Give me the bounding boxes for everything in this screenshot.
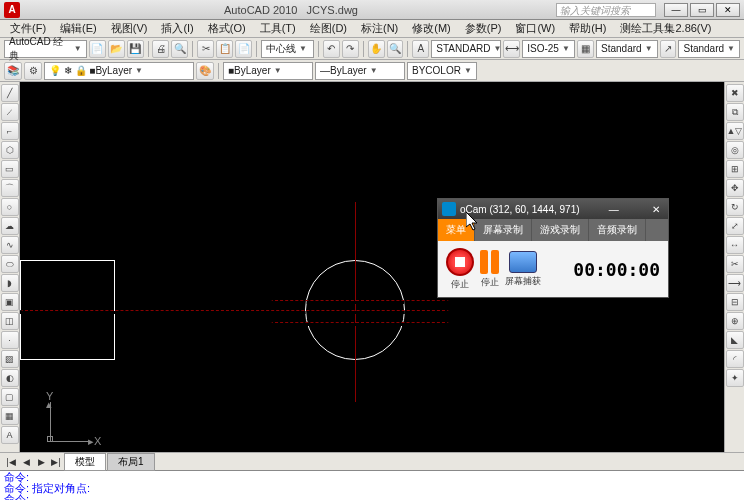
redo-icon[interactable]: ↷: [342, 40, 359, 58]
textstyle-dropdown[interactable]: STANDARD▼: [431, 40, 501, 58]
linetype-dropdown[interactable]: 中心线▼: [261, 40, 314, 58]
tablestyle-dropdown[interactable]: Standard▼: [596, 40, 658, 58]
menu-tools[interactable]: 工具(T): [254, 20, 302, 37]
menu-dimension[interactable]: 标注(N): [355, 20, 404, 37]
chamfer-icon[interactable]: ◣: [726, 331, 744, 349]
revcloud-icon[interactable]: ☁: [1, 217, 19, 235]
copy-icon[interactable]: 📋: [216, 40, 233, 58]
move-icon[interactable]: ✥: [726, 179, 744, 197]
circle-icon[interactable]: ○: [1, 198, 19, 216]
ocam-titlebar[interactable]: oCam (312, 60, 1444, 971) — ✕: [438, 199, 668, 219]
ocam-window[interactable]: oCam (312, 60, 1444, 971) — ✕ 菜单 屏幕录制 游戏…: [437, 198, 669, 298]
mirror-icon[interactable]: ▲▽: [726, 122, 744, 140]
open-icon[interactable]: 📂: [108, 40, 125, 58]
menu-format[interactable]: 格式(O): [202, 20, 252, 37]
preview-icon[interactable]: 🔍: [171, 40, 188, 58]
dimstyle-dropdown[interactable]: ISO-25▼: [522, 40, 575, 58]
ucs-x-label: X: [94, 435, 101, 447]
hatch-icon[interactable]: ▨: [1, 350, 19, 368]
menu-survey-tools[interactable]: 测绘工具集2.86(V): [614, 20, 717, 37]
rotate-icon[interactable]: ↻: [726, 198, 744, 216]
plot-icon[interactable]: 🖨: [152, 40, 169, 58]
join-icon[interactable]: ⊕: [726, 312, 744, 330]
line-icon[interactable]: ╱: [1, 84, 19, 102]
extend-icon[interactable]: ⟶: [726, 274, 744, 292]
ocam-stop-button[interactable]: 停止: [446, 248, 474, 291]
menu-view[interactable]: 视图(V): [105, 20, 154, 37]
erase-icon[interactable]: ✖: [726, 84, 744, 102]
save-icon[interactable]: 💾: [127, 40, 144, 58]
layer-states-icon[interactable]: ⚙: [24, 62, 42, 80]
tab-nav-next[interactable]: ▶: [34, 455, 48, 469]
undo-icon[interactable]: ↶: [323, 40, 340, 58]
menu-window[interactable]: 窗口(W): [509, 20, 561, 37]
menu-modify[interactable]: 修改(M): [406, 20, 457, 37]
ocam-close[interactable]: ✕: [648, 204, 664, 215]
color-dropdown[interactable]: ■ ByLayer▼: [223, 62, 313, 80]
plotstyle-dropdown[interactable]: BYCOLOR▼: [407, 62, 477, 80]
ocam-tab-menu[interactable]: 菜单: [438, 219, 475, 241]
cut-icon[interactable]: ✂: [197, 40, 214, 58]
spline-icon[interactable]: ∿: [1, 236, 19, 254]
mleader-style-icon[interactable]: ↗: [660, 40, 677, 58]
maximize-button[interactable]: ▭: [690, 3, 714, 17]
region-icon[interactable]: ▢: [1, 388, 19, 406]
paste-icon[interactable]: 📄: [235, 40, 252, 58]
array-icon[interactable]: ⊞: [726, 160, 744, 178]
command-line[interactable]: 命令: 命令: 指定对角点: 命令:: [0, 470, 744, 500]
mtext-icon[interactable]: A: [1, 426, 19, 444]
help-search-input[interactable]: 输入关键词搜索: [556, 3, 656, 17]
tab-model[interactable]: 模型: [64, 453, 106, 471]
xline-icon[interactable]: ⟋: [1, 103, 19, 121]
stretch-icon[interactable]: ↔: [726, 236, 744, 254]
tab-nav-last[interactable]: ▶|: [49, 455, 63, 469]
ocam-capture-button[interactable]: 屏幕捕获: [505, 251, 541, 288]
layer-dropdown[interactable]: 💡 ❄ 🔒 ■ ByLayer▼: [44, 62, 194, 80]
app-logo: A: [4, 2, 20, 18]
table-style-icon[interactable]: ▦: [577, 40, 594, 58]
ocam-tabbar: 菜单 屏幕录制 游戏录制 音频录制: [438, 219, 668, 241]
lineweight-dropdown[interactable]: — ByLayer▼: [315, 62, 405, 80]
menu-parametric[interactable]: 参数(P): [459, 20, 508, 37]
dim-style-icon[interactable]: ⟷: [503, 40, 520, 58]
ocam-tab-screen[interactable]: 屏幕录制: [475, 219, 532, 241]
polygon-icon[interactable]: ⬡: [1, 141, 19, 159]
minimize-button[interactable]: —: [664, 3, 688, 17]
ocam-tab-audio[interactable]: 音频录制: [589, 219, 646, 241]
ellipse-arc-icon[interactable]: ◗: [1, 274, 19, 292]
break-icon[interactable]: ⊟: [726, 293, 744, 311]
menu-help[interactable]: 帮助(H): [563, 20, 612, 37]
tab-nav-first[interactable]: |◀: [4, 455, 18, 469]
tab-layout1[interactable]: 布局1: [107, 453, 155, 471]
rectangle-icon[interactable]: ▭: [1, 160, 19, 178]
pan-icon[interactable]: ✋: [368, 40, 385, 58]
new-icon[interactable]: 📄: [89, 40, 106, 58]
close-button[interactable]: ✕: [716, 3, 740, 17]
ellipse-icon[interactable]: ⬭: [1, 255, 19, 273]
tab-nav-prev[interactable]: ◀: [19, 455, 33, 469]
workspace-dropdown[interactable]: AutoCAD 经典▼: [4, 40, 87, 58]
scale-icon[interactable]: ⤢: [726, 217, 744, 235]
arc-icon[interactable]: ⌒: [1, 179, 19, 197]
insert-block-icon[interactable]: ▣: [1, 293, 19, 311]
mleaderstyle-dropdown[interactable]: Standard▼: [678, 40, 740, 58]
zoom-icon[interactable]: 🔍: [387, 40, 404, 58]
explode-icon[interactable]: ✦: [726, 369, 744, 387]
ocam-pause-button[interactable]: 停止: [480, 250, 499, 289]
fillet-icon[interactable]: ◜: [726, 350, 744, 368]
point-icon[interactable]: ·: [1, 331, 19, 349]
layer-match-icon[interactable]: 🎨: [196, 62, 214, 80]
ocam-minimize[interactable]: —: [605, 204, 623, 215]
polyline-icon[interactable]: ⌐: [1, 122, 19, 140]
table-icon[interactable]: ▦: [1, 407, 19, 425]
menu-insert[interactable]: 插入(I): [155, 20, 199, 37]
gradient-icon[interactable]: ◐: [1, 369, 19, 387]
make-block-icon[interactable]: ◫: [1, 312, 19, 330]
offset-icon[interactable]: ◎: [726, 141, 744, 159]
ocam-tab-game[interactable]: 游戏录制: [532, 219, 589, 241]
text-style-icon[interactable]: A: [412, 40, 429, 58]
layer-props-icon[interactable]: 📚: [4, 62, 22, 80]
trim-icon[interactable]: ✂: [726, 255, 744, 273]
menu-draw[interactable]: 绘图(D): [304, 20, 353, 37]
copy-obj-icon[interactable]: ⧉: [726, 103, 744, 121]
